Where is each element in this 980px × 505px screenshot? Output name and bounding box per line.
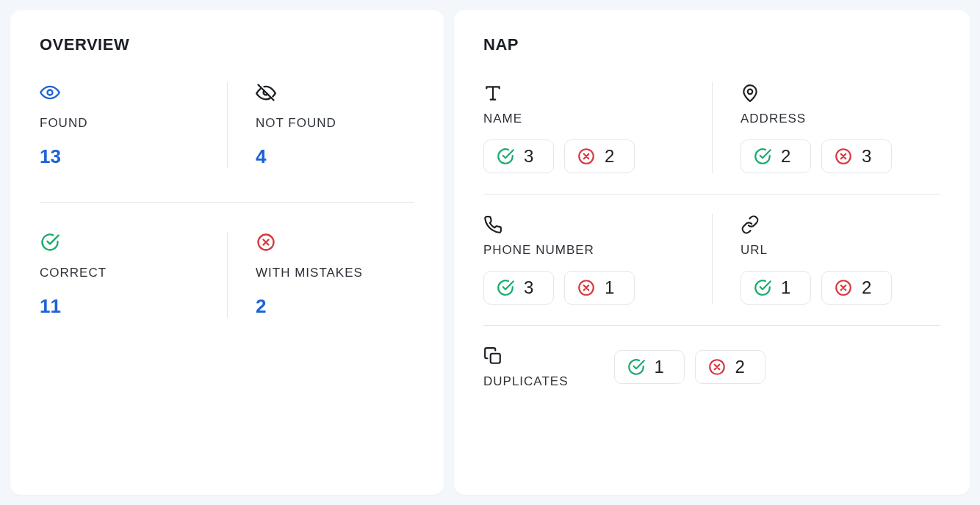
nap-url-bad-value: 2 (862, 277, 871, 298)
nap-address-ok-value: 2 (781, 146, 790, 167)
eye-off-icon (256, 82, 276, 103)
check-circle-icon (40, 232, 60, 252)
eye-icon (40, 82, 60, 103)
x-circle-icon (834, 278, 853, 297)
overview-found-label: FOUND (40, 116, 220, 131)
overview-mistakes-label: WITH MISTAKES (256, 266, 407, 280)
nap-name-ok-value: 3 (524, 146, 533, 167)
nap-url-ok-chip[interactable]: 1 (741, 271, 811, 305)
nap-name-bad-value: 2 (605, 146, 614, 167)
overview-correct-value: 11 (40, 295, 220, 318)
x-circle-icon (577, 147, 596, 166)
nap-url-ok-value: 1 (781, 277, 790, 298)
type-icon (483, 84, 502, 103)
check-circle-icon (496, 147, 515, 166)
link-icon (741, 215, 760, 234)
nap-duplicates-ok-value: 1 (655, 357, 664, 377)
nap-duplicates-ok-chip[interactable]: 1 (614, 350, 685, 384)
x-circle-icon (577, 278, 596, 297)
nap-address-ok-chip[interactable]: 2 (741, 139, 811, 173)
nap-url: URL 1 2 (712, 214, 940, 305)
nap-name-label: NAME (483, 112, 712, 126)
nap-phone: PHONE NUMBER 3 1 (483, 214, 712, 305)
overview-correct-label: CORRECT (40, 266, 220, 280)
nap-url-bad-chip[interactable]: 2 (821, 271, 892, 305)
map-pin-icon (741, 84, 760, 103)
nap-phone-ok-chip[interactable]: 3 (483, 271, 554, 305)
check-circle-icon (753, 278, 772, 297)
overview-correct: CORRECT 11 (40, 232, 227, 318)
nap-address-bad-value: 3 (862, 146, 871, 167)
copy-icon (483, 346, 502, 366)
nap-phone-label: PHONE NUMBER (483, 243, 712, 258)
nap-duplicates: DUPLICATES 1 2 (483, 345, 940, 389)
nap-name-ok-chip[interactable]: 3 (483, 139, 554, 173)
nap-duplicates-bad-value: 2 (735, 357, 745, 377)
overview-found-value: 13 (40, 145, 220, 168)
nap-divider (483, 194, 940, 195)
phone-icon (483, 215, 502, 234)
overview-not-found: NOT FOUND 4 (227, 82, 414, 168)
nap-title: NAP (483, 35, 940, 54)
overview-not-found-label: NOT FOUND (256, 116, 407, 131)
overview-title: OVERVIEW (40, 35, 414, 54)
nap-name-bad-chip[interactable]: 2 (564, 139, 635, 173)
nap-duplicates-label: DUPLICATES (483, 374, 569, 389)
nap-phone-bad-chip[interactable]: 1 (564, 271, 635, 305)
x-circle-icon (256, 232, 276, 252)
overview-mistakes-value: 2 (256, 295, 407, 318)
overview-card: OVERVIEW FOUND 13 NOT FOUND 4 CORRECT 11… (10, 10, 444, 495)
x-circle-icon (707, 357, 727, 377)
nap-address-bad-chip[interactable]: 3 (821, 139, 892, 173)
nap-phone-ok-value: 3 (524, 277, 533, 298)
nap-name: NAME 3 2 (483, 82, 712, 173)
overview-not-found-value: 4 (256, 145, 407, 168)
overview-divider (40, 202, 414, 203)
check-circle-icon (496, 278, 515, 297)
overview-mistakes: WITH MISTAKES 2 (227, 232, 414, 318)
overview-found: FOUND 13 (40, 82, 227, 168)
nap-phone-bad-value: 1 (605, 277, 614, 298)
nap-card: NAP NAME 3 2 ADDRESS 2 (454, 10, 970, 495)
check-circle-icon (753, 147, 772, 166)
nap-url-label: URL (741, 243, 940, 258)
check-circle-icon (627, 357, 646, 377)
nap-duplicates-bad-chip[interactable]: 2 (695, 350, 765, 384)
nap-divider (483, 325, 940, 326)
x-circle-icon (834, 147, 853, 166)
nap-address: ADDRESS 2 3 (712, 82, 940, 173)
nap-address-label: ADDRESS (741, 112, 940, 126)
